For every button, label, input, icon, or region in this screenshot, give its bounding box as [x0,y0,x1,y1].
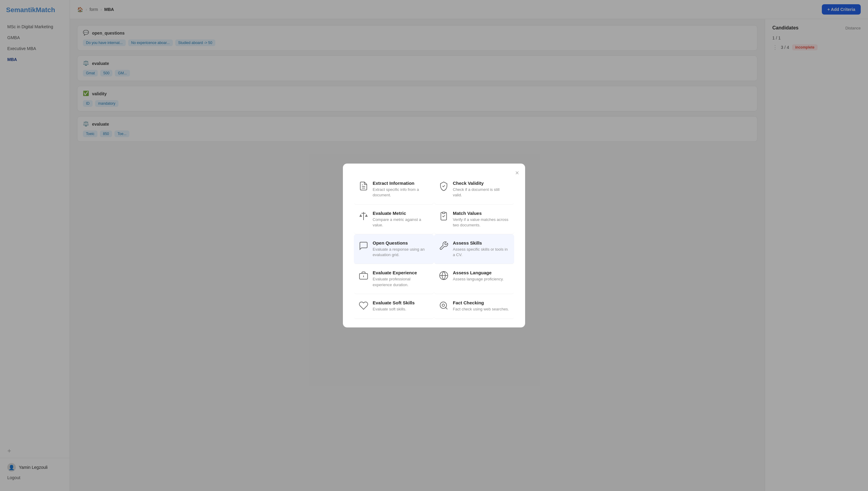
svg-point-10 [442,304,444,306]
file-icon [359,181,369,198]
modal-grid: Extract Information Extract specific inf… [354,174,514,319]
search-circle-icon [439,301,449,313]
evaluate-soft-skills-desc: Evaluate soft skills. [373,307,414,312]
modal-item-evaluate-soft-skills[interactable]: Evaluate Soft Skills Evaluate soft skill… [354,294,434,319]
match-values-title: Match Values [453,211,509,216]
check-shield-icon [439,181,449,198]
modal-item-evaluate-metric[interactable]: Evaluate Metric Compare a metric against… [354,205,434,234]
evaluate-experience-desc: Evaluate professional experience duratio… [373,277,429,287]
evaluate-soft-skills-content: Evaluate Soft Skills Evaluate soft skill… [373,300,414,313]
modal-close-button[interactable]: × [515,169,519,177]
check-validity-content: Check Validity Check if a document is st… [453,180,509,198]
modal-item-fact-checking[interactable]: Fact Checking Fact check using web searc… [434,294,514,319]
assess-skills-content: Assess Skills Assess specific skills or … [453,240,509,258]
open-questions-desc: Evaluate a response using an evaluation … [373,247,429,258]
modal-item-open-questions[interactable]: Open Questions Evaluate a response using… [354,234,434,264]
criteria-modal: × Extract Information Extract specific i… [343,164,525,327]
evaluate-soft-skills-title: Evaluate Soft Skills [373,300,414,305]
evaluate-metric-content: Evaluate Metric Compare a metric against… [373,211,429,228]
fact-checking-desc: Fact check using web searches. [453,307,509,312]
open-questions-title: Open Questions [373,240,429,246]
modal-overlay[interactable]: × Extract Information Extract specific i… [0,0,868,491]
svg-point-8 [440,302,446,308]
match-values-content: Match Values Verify if a value matches a… [453,211,509,228]
assess-language-title: Assess Language [453,270,504,275]
svg-line-9 [445,308,447,309]
evaluate-metric-title: Evaluate Metric [373,211,429,216]
heart-icon [359,301,369,313]
modal-item-match-values[interactable]: Match Values Verify if a value matches a… [434,205,514,234]
wrench-icon [439,241,449,258]
check-validity-title: Check Validity [453,180,509,186]
evaluate-metric-desc: Compare a metric against a value. [373,217,429,228]
fact-checking-content: Fact Checking Fact check using web searc… [453,300,509,313]
modal-item-assess-language[interactable]: Assess Language Assess language proficie… [434,264,514,294]
assess-skills-desc: Assess specific skills or tools in a CV. [453,247,509,258]
clipboard-check-icon [439,211,449,228]
open-questions-content: Open Questions Evaluate a response using… [373,240,429,258]
evaluate-experience-content: Evaluate Experience Evaluate professiona… [373,270,429,287]
assess-language-content: Assess Language Assess language proficie… [453,270,504,287]
modal-item-evaluate-experience[interactable]: Evaluate Experience Evaluate professiona… [354,264,434,294]
evaluate-experience-title: Evaluate Experience [373,270,429,275]
assess-language-desc: Assess language proficiency. [453,277,504,282]
svg-rect-3 [442,212,445,213]
fact-checking-title: Fact Checking [453,300,509,305]
assess-skills-title: Assess Skills [453,240,509,246]
briefcase-icon [359,271,369,287]
globe-icon [439,271,449,287]
modal-item-extract-information[interactable]: Extract Information Extract specific inf… [354,174,434,204]
extract-information-title: Extract Information [373,180,429,186]
extract-information-content: Extract Information Extract specific inf… [373,180,429,198]
extract-information-desc: Extract specific info from a document. [373,187,429,198]
modal-item-assess-skills[interactable]: Assess Skills Assess specific skills or … [434,234,514,264]
scale-modal-icon [359,211,369,228]
modal-item-check-validity[interactable]: Check Validity Check if a document is st… [434,174,514,204]
chat-modal-icon [359,241,369,258]
match-values-desc: Verify if a value matches across two doc… [453,217,509,228]
check-validity-desc: Check if a document is still valid. [453,187,509,198]
